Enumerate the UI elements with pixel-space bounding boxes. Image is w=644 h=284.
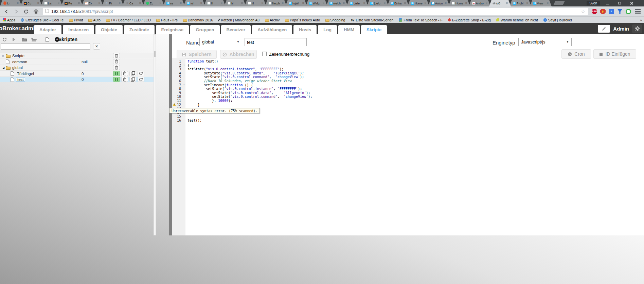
admin-tab-zustände[interactable]: Zustände (124, 25, 155, 34)
fold-caret-icon[interactable]: ▾ (183, 64, 185, 68)
tab-close-icon[interactable]: × (445, 2, 447, 5)
tab-close-icon[interactable]: × (323, 2, 324, 5)
tab-close-icon[interactable]: × (17, 2, 19, 5)
tab-close-icon[interactable]: × (465, 2, 467, 5)
fold-caret-icon[interactable]: ▾ (183, 83, 185, 87)
cron-button[interactable]: Cron (561, 49, 591, 59)
delete-button[interactable] (113, 65, 120, 70)
browser-tab-re-3[interactable]: Re× (61, 0, 83, 6)
panel-splitter[interactable] (169, 34, 172, 235)
tree-row-türklingel[interactable]: Türklingel0 (0, 71, 155, 76)
bookmark-erzeugtes-bild-cool-te[interactable]: Erzeugtes Bild - Cool Te (21, 18, 64, 22)
browser-tab-auton-21[interactable]: Auton× (428, 0, 450, 6)
browser-tab-probl-25[interactable]: IOProbl× (509, 0, 531, 6)
copy-button[interactable] (129, 71, 136, 76)
admin-tab-aufzählungen[interactable]: Aufzählungen (252, 25, 292, 34)
blue-square-icon[interactable]: it (609, 9, 614, 14)
pause-script-button[interactable] (113, 77, 120, 82)
tab-close-icon[interactable]: × (139, 2, 141, 5)
search-clear-button[interactable]: ✕ (93, 43, 100, 50)
profile-button[interactable]: Sven (587, 1, 600, 5)
tab-close-icon[interactable]: × (262, 2, 263, 5)
bookmark-apps[interactable]: Apps (3, 18, 15, 22)
browser-menu-button[interactable] (635, 9, 641, 14)
browser-tab-einka-19[interactable]: IOEinka× (387, 0, 409, 6)
tab-close-icon[interactable]: × (302, 2, 304, 5)
tree-row-common[interactable]: commonnull (0, 59, 155, 65)
tree-expander-icon[interactable]: ▷ (1, 54, 6, 57)
restart-button[interactable] (138, 77, 144, 82)
tree-row-test[interactable]: test0 (0, 77, 155, 82)
browser-tab-li-0[interactable]: Li× (0, 0, 22, 6)
bookmark-dänemark-2016[interactable]: Dänemark 2016 (183, 18, 213, 22)
browser-tab-iob-24[interactable]: ioB× (489, 0, 511, 6)
tab-close-icon[interactable]: × (506, 2, 508, 5)
bookmarks-overflow-icon[interactable]: » (640, 18, 641, 22)
browser-tab-iol-9[interactable]: IOiol× (183, 0, 205, 6)
bookmark-privat[interactable]: Privat (69, 18, 83, 22)
browser-tab-fil-10[interactable]: fil× (204, 0, 226, 6)
tab-close-icon[interactable]: × (119, 2, 121, 5)
code-editor[interactable]: 12▾34567▾8910111213141516 function test(… (172, 58, 644, 235)
new-tab-button[interactable] (553, 1, 565, 5)
save-button[interactable]: Speichern (177, 50, 217, 59)
browser-tab-widg-15[interactable]: IOWidg× (306, 0, 327, 6)
tab-close-icon[interactable]: × (384, 2, 386, 5)
script-group-select[interactable]: global ▼ (199, 38, 242, 46)
browser-tab-ec-7[interactable]: Ec× (143, 0, 164, 6)
tab-close-icon[interactable]: × (282, 2, 284, 5)
tab-close-icon[interactable]: × (526, 2, 528, 5)
bookmark-archiv[interactable]: Archiv (265, 18, 280, 22)
tree-scrollbar[interactable] (154, 34, 156, 235)
tab-close-icon[interactable]: × (343, 2, 345, 5)
address-bar[interactable]: 192.168.178.55:8081/#javascript ☆ (43, 8, 588, 15)
bookmark-haus-ips[interactable]: Haus - IPs (156, 18, 178, 22)
browser-tab-ex-4[interactable]: EXEx× (82, 0, 103, 6)
browser-tab-ca-6[interactable]: ≡Ca× (122, 0, 144, 6)
browser-tab-fil-11[interactable]: fil× (224, 0, 246, 6)
tab-close-icon[interactable]: × (221, 2, 222, 5)
bookmark-katzen-malvorlagen-au[interactable]: Katzen | Malvorlagen Au (218, 18, 260, 22)
admin-tab-instanzen[interactable]: Instanzen (63, 25, 94, 34)
admin-tab-log[interactable]: Log (318, 25, 337, 34)
edit-user-button[interactable] (598, 25, 610, 33)
bookmark-tv-beamer-led-lcd[interactable]: TV / Beamer / LED / LCD (106, 18, 151, 22)
tab-close-icon[interactable]: × (547, 2, 549, 5)
adblock-plus-icon[interactable]: ABP (592, 9, 597, 14)
admin-tab-hosts[interactable]: Hosts (293, 25, 317, 34)
forward-button[interactable] (13, 8, 19, 15)
bookmark-liste-von-sitcom-serien[interactable]: WListe von Sitcom-Serien (351, 18, 393, 22)
browser-tab-home-20[interactable]: IOHome× (408, 0, 429, 6)
reload-button[interactable] (23, 8, 29, 15)
script-name-input[interactable] (245, 38, 307, 46)
browser-tab-andro-23[interactable]: WAndro× (469, 0, 490, 6)
tab-close-icon[interactable]: × (58, 2, 59, 5)
tab-close-icon[interactable]: × (99, 2, 100, 5)
tab-close-icon[interactable]: × (78, 2, 80, 5)
minimize-button[interactable] (603, 1, 612, 6)
close-button[interactable] (627, 1, 636, 6)
bookmark-sayit-iobroker[interactable]: iSayit | ioBroker (543, 18, 572, 22)
admin-tab-objekte[interactable]: Objekte (95, 25, 123, 34)
restart-button[interactable] (138, 71, 144, 76)
tree-expander-icon[interactable]: ◢ (1, 66, 6, 69)
bookmark-warum-nehme-ich-nicht[interactable]: Warum nehme ich nicht (496, 18, 538, 22)
delete-button[interactable] (113, 53, 120, 58)
browser-tab-hqwi-14[interactable]: IOhqWi× (285, 0, 307, 6)
delete-button[interactable] (121, 71, 128, 76)
tab-close-icon[interactable]: × (486, 2, 487, 5)
tab-close-icon[interactable]: × (404, 2, 406, 5)
tab-close-icon[interactable]: × (241, 2, 243, 5)
tab-close-icon[interactable]: × (363, 2, 365, 5)
bookmark-from-text-to-speech-f[interactable]: From Text To Speech - F (399, 18, 443, 22)
bookmark-papa-s-neues-auto[interactable]: Papa´s neues Auto (285, 18, 320, 22)
browser-tab-co-1[interactable]: Co× (20, 0, 42, 6)
tab-close-icon[interactable]: × (160, 2, 161, 5)
bookmark-shopping[interactable]: Shopping (325, 18, 345, 22)
engine-type-select[interactable]: Javascript/js ▼ (518, 38, 572, 46)
bookmark-auto[interactable]: Auto (88, 18, 101, 22)
browser-tab-welch-16[interactable]: IOwelch× (326, 0, 348, 6)
browser-tab-home-22[interactable]: Home× (448, 0, 470, 6)
admin-tab-adapter[interactable]: Adapter (34, 25, 61, 34)
cancel-button[interactable]: Abbrechen (220, 50, 257, 59)
